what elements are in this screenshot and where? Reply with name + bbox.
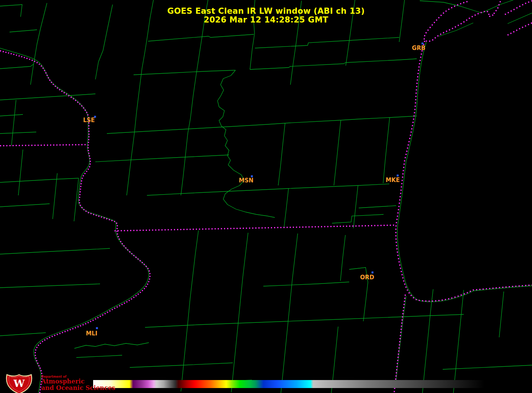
county-boundary-line [395, 296, 406, 388]
county-boundary-line [148, 34, 254, 41]
uw-aos-logo-text: Department of Atmospheric and Oceanic Sc… [41, 374, 115, 391]
county-boundary-line [10, 30, 37, 32]
city-label-ORD: ORD [360, 274, 374, 281]
county-boundary-line [383, 118, 390, 183]
state-border-river [0, 51, 150, 393]
city-label-MLI: MLI [86, 330, 97, 337]
county-boundary-line [255, 37, 399, 48]
county-boundary-line [359, 206, 396, 208]
county-boundary-line [127, 69, 142, 195]
county-boundary-line [147, 184, 389, 195]
state-border-shore [505, 1, 532, 14]
county-boundary-line [290, 1, 301, 85]
county-boundary-line [0, 248, 110, 254]
county-boundary-line [31, 3, 47, 85]
county-boundary-line [181, 75, 196, 195]
satellite-image-viewer: GRBLSEMSNMKEORDMLI GOES East Clean IR LW… [0, 0, 532, 393]
county-boundary-line [53, 173, 57, 219]
state-borders-layer [0, 0, 532, 393]
county-boundary-line [107, 116, 417, 134]
county-boundary-line [0, 114, 23, 116]
county-boundary-line [288, 234, 298, 325]
county-boundary-line [439, 23, 473, 36]
county-boundary-line [0, 5, 22, 17]
county-boundary-line [453, 290, 464, 393]
county-boundary-line [95, 5, 113, 79]
state-border-shore [424, 2, 494, 41]
county-boundary-line [18, 150, 23, 195]
county-boundary-line [188, 230, 198, 323]
county-boundaries-layer [0, 0, 532, 393]
logo-name-line2: and Oceanic Sciences [41, 385, 115, 391]
map-canvas: GRBLSEMSNMKEORDMLI [0, 0, 532, 393]
city-markers-layer: GRBLSEMSNMKEORDMLI [83, 43, 426, 337]
county-boundary-line [238, 233, 248, 324]
county-boundary-line [0, 178, 79, 182]
city-marker-GRB [422, 43, 424, 45]
county-boundary-line [196, 0, 208, 75]
uw-aos-logo: W Department of Atmospheric and Oceanic … [2, 374, 115, 393]
county-boundary-line [422, 289, 433, 393]
county-boundary-line [397, 42, 532, 302]
county-boundary-line [130, 363, 233, 367]
state-border-shore [508, 23, 532, 35]
city-label-MSN: MSN [239, 177, 253, 184]
county-boundary-line [263, 282, 349, 286]
county-boundary-line [499, 292, 504, 337]
county-boundary-line [11, 100, 16, 146]
county-boundary-line [284, 188, 289, 228]
county-boundary-line [0, 94, 95, 100]
county-boundary-line [250, 59, 417, 69]
county-boundary-line [0, 284, 100, 288]
county-boundary-line [74, 343, 149, 348]
county-boundary-line [134, 70, 235, 75]
city-label-LSE: LSE [83, 117, 95, 124]
county-boundary-line [0, 48, 149, 393]
city-label-GRB: GRB [412, 45, 425, 52]
city-marker-ORD [372, 272, 374, 274]
temperature-colorbar [93, 380, 485, 388]
county-boundary-line [340, 235, 345, 281]
city-marker-MKE [397, 175, 399, 177]
county-boundary-line [0, 64, 34, 69]
county-boundary-line [353, 185, 358, 228]
county-boundary-line [142, 0, 153, 69]
county-boundary-line [0, 333, 46, 336]
city-label-MKE: MKE [386, 177, 400, 184]
county-boundary-line [346, 0, 355, 66]
state-border-border [0, 145, 86, 146]
county-boundary-line [399, 0, 405, 42]
county-boundary-line [332, 214, 384, 223]
svg-text:W: W [13, 378, 25, 389]
county-boundary-line [334, 120, 341, 185]
county-boundary-line [482, 0, 513, 13]
county-boundary-line [145, 314, 464, 327]
state-border-shore [396, 41, 532, 301]
county-boundary-line [420, 1, 482, 13]
state-border-border [394, 295, 405, 392]
county-boundary-line [0, 204, 50, 207]
county-boundary-line [76, 355, 122, 358]
county-boundary-line [508, 13, 532, 24]
city-marker-MLI [96, 327, 98, 329]
county-boundary-line [95, 155, 229, 162]
county-boundary-line [278, 123, 285, 185]
county-boundary-line [0, 132, 36, 134]
uw-crest-icon: W [2, 374, 36, 393]
county-boundary-line [218, 70, 275, 217]
